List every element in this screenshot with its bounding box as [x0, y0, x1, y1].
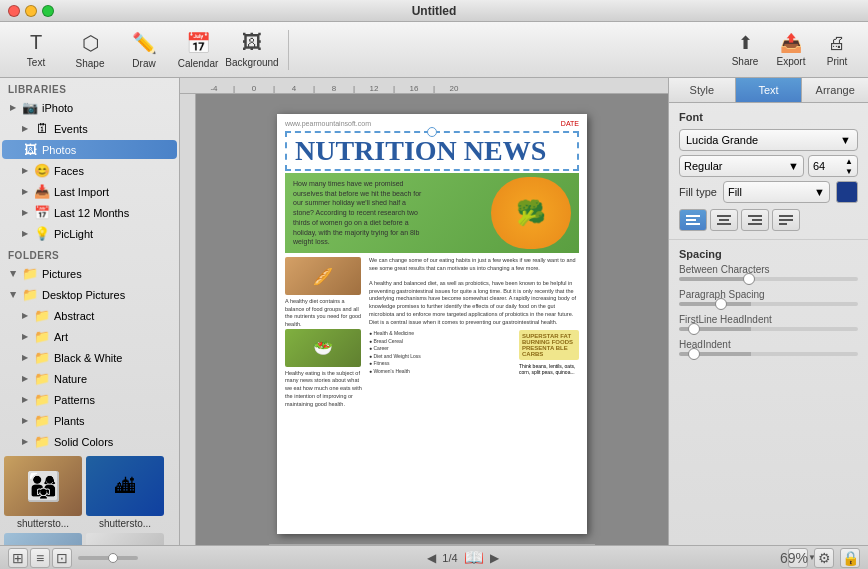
share-button[interactable]: ⬆ Share: [724, 27, 766, 73]
thumbnail-size-thumb[interactable]: [108, 553, 118, 563]
thumbnail-2[interactable]: 🏙 shuttersto...: [86, 456, 164, 529]
sidebar-item-faces[interactable]: ▶ 😊 Faces: [2, 161, 177, 180]
ruler-tick: |: [264, 84, 284, 93]
thumbnail-size-slider[interactable]: [78, 556, 138, 560]
fill-color-swatch[interactable]: [836, 181, 858, 203]
text-tool-label: Text: [27, 57, 45, 68]
print-button[interactable]: 🖨 Print: [816, 27, 858, 73]
sidebar-label-events: Events: [54, 123, 88, 135]
view-buttons: ⊞ ≡ ⊡: [8, 548, 72, 568]
spacing-section: Spacing Between Characters Paragraph Spa…: [669, 240, 868, 372]
svg-rect-21: [686, 223, 700, 225]
main-content: LIBRARIES ▶ 📷 iPhoto ▶ 🗓 Events 🖼 Photos…: [0, 78, 868, 545]
thumbnail-4[interactable]: 🇺🇸 shuttersto...: [86, 533, 164, 545]
doc-sidebar-text-2: Healthy eating is the subject of many ne…: [285, 370, 365, 408]
thumbnail-1[interactable]: 👨‍👩‍👧 shuttersto...: [4, 456, 82, 529]
prev-page-button[interactable]: ◀: [427, 551, 436, 565]
sidebar-item-events[interactable]: ▶ 🗓 Events: [2, 119, 177, 138]
maximize-button[interactable]: [42, 5, 54, 17]
export-label: Export: [777, 56, 806, 67]
sidebar-item-black-white[interactable]: ▶ 📁 Black & White: [2, 348, 177, 367]
shape-tool-button[interactable]: ⬡ Shape: [64, 27, 116, 73]
fill-type-row: Fill type Fill ▼: [679, 181, 858, 203]
close-button[interactable]: [8, 5, 20, 17]
sidebar-item-abstract[interactable]: ▶ 📁 Abstract: [2, 306, 177, 325]
sidebar-item-photos[interactable]: 🖼 Photos: [2, 140, 177, 159]
stepper-up[interactable]: ▲: [845, 157, 853, 166]
font-style-selector[interactable]: Regular ▼: [679, 155, 804, 177]
doc-title-wrapper[interactable]: NUTRITION NEWS: [285, 131, 579, 171]
sidebar-item-last-12-months[interactable]: ▶ 📅 Last 12 Months: [2, 203, 177, 222]
sidebar-item-plants[interactable]: ▶ 📁 Plants: [2, 411, 177, 430]
firstline-thumb[interactable]: [688, 323, 700, 335]
paragraph-spacing-label: Paragraph Spacing: [679, 289, 858, 300]
headindent-thumb[interactable]: [688, 348, 700, 360]
superstar-box: SUPERSTAR FAT BURNING FOODS PRESENTA BLE…: [519, 330, 579, 360]
sidebar-item-desktop-pictures[interactable]: ▶ 📁 Desktop Pictures: [2, 285, 177, 304]
tab-style[interactable]: Style: [669, 78, 736, 102]
sidebar-item-solid-colors[interactable]: ▶ 📁 Solid Colors: [2, 432, 177, 451]
triangle-icon: ▶: [22, 332, 28, 341]
next-page-button[interactable]: ▶: [490, 551, 499, 565]
view-list-button[interactable]: ≡: [30, 548, 50, 568]
between-chars-thumb[interactable]: [743, 273, 755, 285]
sidebar-label-photos: Photos: [42, 144, 76, 156]
font-name-selector[interactable]: Lucida Grande ▼: [679, 129, 858, 151]
align-left-button[interactable]: [679, 209, 707, 231]
minimize-button[interactable]: [25, 5, 37, 17]
export-button[interactable]: 📤 Export: [770, 27, 812, 73]
between-chars-slider[interactable]: [679, 277, 858, 281]
text-icon: T: [30, 31, 42, 54]
triangle-icon: ▶: [22, 166, 28, 175]
align-justify-button[interactable]: [772, 209, 800, 231]
shape-tool-label: Shape: [76, 58, 105, 69]
align-center-button[interactable]: [710, 209, 738, 231]
tab-arrange[interactable]: Arrange: [802, 78, 868, 102]
sidebar-label-last-months: Last 12 Months: [54, 207, 129, 219]
document-page[interactable]: www.pearmountainsoft.com DATE NUTRITION …: [277, 114, 587, 534]
paragraph-slider[interactable]: [679, 302, 858, 306]
sidebar-item-last-import[interactable]: ▶ 📥 Last Import: [2, 182, 177, 201]
info-button[interactable]: 🔒: [840, 548, 860, 568]
headindent-slider[interactable]: [679, 352, 858, 356]
text-tool-button[interactable]: T Text: [10, 27, 62, 73]
libraries-header: LIBRARIES: [0, 78, 179, 97]
firstline-slider[interactable]: [679, 327, 858, 331]
thumb-img-4: 🇺🇸: [86, 533, 164, 545]
triangle-icon: ▶: [10, 103, 16, 112]
draw-tool-button[interactable]: ✏️ Draw: [118, 27, 170, 73]
doc-headline[interactable]: NUTRITION NEWS: [287, 133, 577, 169]
selection-handle: [427, 127, 437, 137]
font-size-selector[interactable]: 64 ▲ ▼: [808, 155, 858, 177]
doc-content-main: 🥖 A healthy diet contains a balance of f…: [285, 257, 579, 408]
ruler-tick: 12: [364, 84, 384, 93]
nature-icon: 📁: [34, 371, 50, 386]
print-label: Print: [827, 56, 848, 67]
thumbnail-3[interactable]: 👦 shuttersto...: [4, 533, 82, 545]
doc-website: www.pearmountainsoft.com: [285, 120, 371, 127]
view-flow-button[interactable]: ⊡: [52, 548, 72, 568]
draw-tool-label: Draw: [132, 58, 155, 69]
sidebar-item-nature[interactable]: ▶ 📁 Nature: [2, 369, 177, 388]
align-right-button[interactable]: [741, 209, 769, 231]
calendar-tool-button[interactable]: 📅 Calendar: [172, 27, 224, 73]
sidebar-item-piclight[interactable]: ▶ 💡 PicLight: [2, 224, 177, 243]
piclight-icon: 💡: [34, 226, 50, 241]
view-grid-button[interactable]: ⊞: [8, 548, 28, 568]
sidebar-item-pictures[interactable]: ▶ 📁 Pictures: [2, 264, 177, 283]
doc-bullets: ● Health & Medicine ● Bread Cereal ● Car…: [369, 330, 515, 375]
zoom-level-button[interactable]: 69% ▼: [788, 548, 808, 568]
sidebar-label-pictures: Pictures: [42, 268, 82, 280]
triangle-icon: ▶: [9, 292, 18, 298]
tab-text[interactable]: Text: [736, 78, 803, 102]
settings-button[interactable]: ⚙: [814, 548, 834, 568]
sidebar-item-iphoto[interactable]: ▶ 📷 iPhoto: [2, 98, 177, 117]
background-tool-button[interactable]: 🖼 Background: [226, 27, 278, 73]
stepper-down[interactable]: ▼: [845, 167, 853, 176]
sidebar-item-art[interactable]: ▶ 📁 Art: [2, 327, 177, 346]
triangle-icon: ▶: [22, 374, 28, 383]
canvas-scroll[interactable]: www.pearmountainsoft.com DATE NUTRITION …: [196, 94, 668, 545]
paragraph-thumb[interactable]: [715, 298, 727, 310]
sidebar-item-patterns[interactable]: ▶ 📁 Patterns: [2, 390, 177, 409]
fill-type-selector[interactable]: Fill ▼: [723, 181, 830, 203]
